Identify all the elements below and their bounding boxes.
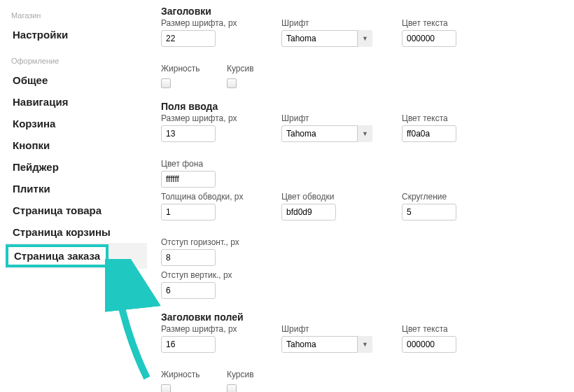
section-title-inputs: Поля ввода — [161, 101, 567, 112]
label-italic: Курсив — [227, 64, 254, 74]
input-fields-bg[interactable] — [161, 171, 216, 188]
input-headers-color[interactable] — [402, 30, 456, 47]
sidebar-item-tiles[interactable]: Плитки — [6, 178, 147, 200]
label-font: Шрифт — [281, 18, 385, 28]
input-fields-color[interactable] — [402, 125, 456, 142]
checkbox-headers-bold[interactable] — [161, 78, 171, 88]
sidebar: Магазин Настройки Оформление Общее Навиг… — [0, 0, 147, 392]
input-fields-border-c[interactable] — [281, 204, 336, 220]
section-title-headers: Заголовки — [161, 6, 567, 17]
section-inputs: Поля ввода Размер шрифта, px Шрифт ▼ Цве… — [161, 101, 567, 299]
select-fields-font[interactable]: ▼ — [281, 125, 372, 142]
sidebar-item-navigation[interactable]: Навигация — [6, 91, 147, 113]
input-fh-size[interactable] — [161, 336, 216, 353]
input-headers-size[interactable] — [161, 30, 216, 47]
checkbox-headers-italic[interactable] — [227, 78, 237, 88]
section-headers: Заголовки Размер шрифта, px Шрифт ▼ Цвет… — [161, 6, 567, 88]
input-fh-color[interactable] — [402, 336, 456, 353]
label-radius: Скругление — [402, 192, 505, 202]
section-field-headers: Заголовки полей Размер шрифта, px Шрифт … — [161, 312, 567, 392]
sidebar-item-pager[interactable]: Пейджер — [6, 156, 147, 178]
section-title-field-headers: Заголовки полей — [161, 312, 567, 323]
sidebar-item-buttons[interactable]: Кнопки — [6, 134, 147, 156]
sidebar-item-order-page[interactable]: Страница заказа — [6, 244, 108, 267]
sidebar-group-label-design: Оформление — [6, 54, 147, 69]
main-panel: Заголовки Размер шрифта, px Шрифт ▼ Цвет… — [147, 0, 574, 392]
label-pad-h: Отступ горизонт., px — [161, 237, 265, 247]
input-fields-size[interactable] — [161, 125, 216, 142]
label-bg-color: Цвет фона — [161, 159, 265, 169]
sidebar-item-settings[interactable]: Настройки — [6, 24, 147, 46]
input-fields-border-w[interactable] — [161, 204, 216, 220]
checkbox-fh-italic[interactable] — [227, 384, 237, 392]
label-border-color: Цвет обводки — [281, 192, 385, 202]
sidebar-group-label-shop: Магазин — [6, 8, 147, 24]
label-text-color: Цвет текста — [402, 18, 505, 28]
select-fh-font[interactable]: ▼ — [281, 336, 372, 353]
label-font-size: Размер шрифта, px — [161, 18, 265, 28]
input-fields-pad-v[interactable] — [161, 282, 216, 299]
sidebar-item-product-page[interactable]: Страница товара — [6, 200, 147, 221]
sidebar-item-general[interactable]: Общее — [6, 69, 147, 91]
sidebar-item-cart[interactable]: Корзина — [6, 113, 147, 134]
input-fields-radius[interactable] — [402, 204, 456, 220]
input-fields-pad-h[interactable] — [161, 249, 216, 266]
checkbox-fh-bold[interactable] — [161, 384, 171, 392]
label-pad-v: Отступ вертик., px — [161, 270, 265, 280]
select-headers-font[interactable]: ▼ — [281, 30, 372, 47]
label-border-width: Толщина обводки, px — [161, 192, 265, 202]
sidebar-item-cart-page[interactable]: Страница корзины — [6, 221, 147, 243]
label-bold: Жирность — [161, 64, 200, 74]
